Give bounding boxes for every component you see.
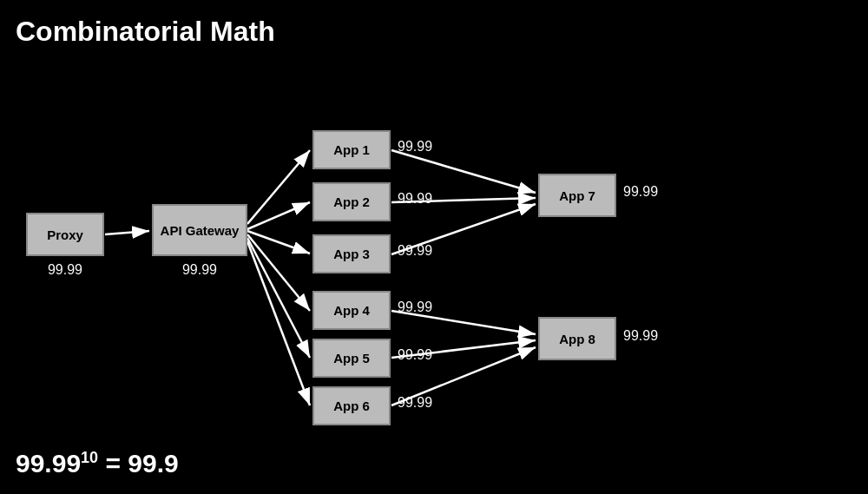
node-app8: App 8 (538, 317, 616, 360)
svg-line-8 (391, 150, 536, 193)
svg-line-3 (247, 202, 310, 229)
svg-line-5 (247, 234, 310, 311)
title: Combinatorial Math (16, 16, 275, 48)
node-app3: App 3 (312, 234, 391, 273)
label-app8: 99.99 (623, 328, 658, 344)
label-proxy: 99.99 (26, 262, 104, 278)
label-app4: 99.99 (398, 300, 432, 315)
label-api-gateway: 99.99 (161, 262, 239, 278)
node-api-gateway: API Gateway (152, 204, 247, 256)
label-app6: 99.99 (398, 395, 432, 411)
formula-result: = 99.9 (105, 449, 178, 478)
label-app1: 99.99 (398, 139, 432, 155)
svg-line-7 (247, 241, 310, 405)
formula-base: 99.99 (16, 449, 81, 478)
label-app2: 99.99 (398, 191, 432, 207)
svg-line-1 (105, 231, 149, 234)
node-app4: App 4 (312, 291, 391, 330)
node-app1: App 1 (312, 130, 391, 169)
svg-line-6 (247, 238, 310, 358)
node-app5: App 5 (312, 339, 391, 378)
label-app7: 99.99 (623, 184, 658, 200)
node-app2: App 2 (312, 182, 391, 221)
svg-line-2 (247, 150, 310, 224)
node-app6: App 6 (312, 386, 391, 425)
formula-exponent: 10 (81, 449, 98, 466)
formula: 99.9910 = 99.9 (16, 449, 179, 478)
label-app3: 99.99 (398, 243, 432, 259)
node-app7: App 7 (538, 174, 616, 217)
arrows-svg (0, 61, 868, 434)
label-app5: 99.99 (398, 347, 432, 363)
svg-line-4 (247, 231, 310, 254)
node-proxy: Proxy (26, 213, 104, 256)
diagram: Proxy 99.99 API Gateway 99.99 App 1 99.9… (0, 61, 868, 434)
